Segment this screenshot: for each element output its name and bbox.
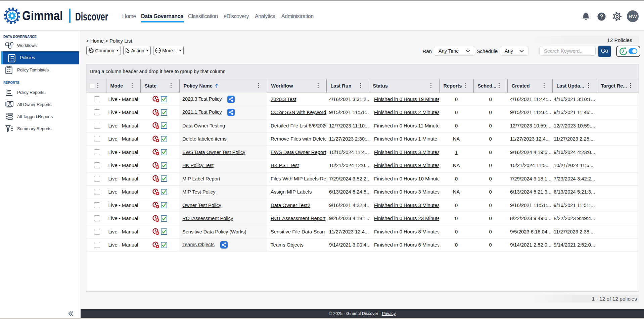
svg-text:?: ?	[600, 13, 603, 20]
